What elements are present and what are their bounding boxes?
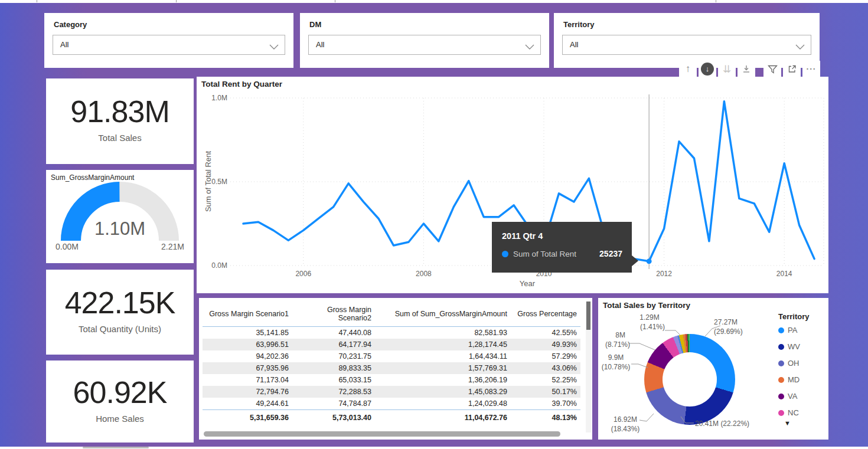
gross-margin-table-card: Gross Margin Scenario1Gross Margin Scena… <box>199 298 592 440</box>
legend-label: PA <box>788 326 797 335</box>
legend-label: VA <box>788 392 797 401</box>
table-cell: 47,440.08 <box>292 327 375 339</box>
territory-dropdown[interactable]: All <box>562 35 811 55</box>
chevron-down-icon <box>525 42 534 53</box>
x-axis-title: Year <box>510 279 545 288</box>
go-to-next-level-icon[interactable]: ⇊ <box>718 61 736 77</box>
table-cell: 72,288.53 <box>292 386 375 398</box>
legend-label: WV <box>788 342 800 351</box>
table-cell: 71,173.04 <box>203 374 292 386</box>
table-cell: 82,581.93 <box>375 327 511 339</box>
table-cell: 89,833.35 <box>292 362 375 374</box>
kpi-label: Total Sales <box>46 133 194 143</box>
legend-item-wv[interactable]: WV <box>778 342 810 351</box>
slice-label-va: 8M(8.71%) <box>598 330 630 349</box>
slicer-label: Territory <box>563 20 595 29</box>
kpi-total-sales: 91.83M Total Sales <box>46 78 194 164</box>
legend-item-nc[interactable]: NC <box>778 408 810 417</box>
chevron-down-icon <box>269 42 279 53</box>
legend-item-md[interactable]: MD <box>778 375 810 384</box>
column-header[interactable]: Sum of Sum_GrossMarginAmount <box>375 303 511 327</box>
table-cell: 1,45,083.29 <box>375 386 511 398</box>
table-cell: 42.55% <box>511 327 580 339</box>
y-tick: 0.5M <box>205 178 227 186</box>
legend-dot-icon <box>778 394 784 399</box>
dropdown-value: All <box>570 40 578 49</box>
vertical-scrollbar[interactable] <box>586 301 591 432</box>
table-row[interactable]: 94,202.3670,231.751,64,434.1157.29% <box>203 350 580 362</box>
data-table: Gross Margin Scenario1Gross Margin Scena… <box>203 303 580 425</box>
table-row[interactable]: 67,935.9689,833.351,57,769.3143.06% <box>203 362 580 374</box>
table-cell: 50.17% <box>511 386 580 398</box>
table-cell: 52.25% <box>511 374 580 386</box>
donut-legend: Territory PAWVOHMDVANC ▼ <box>778 312 810 425</box>
series-dot-icon <box>502 251 508 257</box>
legend-item-va[interactable]: VA <box>778 392 810 401</box>
total-cell: 11,04,672.76 <box>375 410 511 426</box>
table-cell: 39.70% <box>511 398 580 410</box>
slicer-label: Category <box>54 20 87 29</box>
table-cell: 35,141.85 <box>203 327 292 339</box>
kpi-label: Home Sales <box>46 414 194 424</box>
tooltip-pointer <box>631 255 638 267</box>
donut-hole <box>663 352 717 407</box>
powerbi-dashboard: { "slicers": [ { "label": "Category", "v… <box>0 0 868 449</box>
table-cell: 1,24,029.48 <box>375 398 511 410</box>
table-row[interactable]: 35,141.8547,440.0882,581.9342.55% <box>203 327 580 339</box>
horizontal-scrollbar[interactable] <box>204 431 579 437</box>
kpi-value: 422.15K <box>46 285 194 320</box>
slicer-territory: Territory All <box>554 13 820 68</box>
category-dropdown[interactable]: All <box>53 35 285 55</box>
x-tick: 2012 <box>648 270 681 278</box>
x-tick: 2006 <box>287 270 320 278</box>
more-options-icon[interactable]: ··· <box>802 61 820 77</box>
filter-icon[interactable] <box>763 61 781 77</box>
legend-dot-icon <box>778 327 784 333</box>
drill-down-mode-icon[interactable]: ↓ <box>699 61 716 77</box>
total-cell: 5,73,013.40 <box>292 410 375 426</box>
visual-header-toolbar: ↑ ↓ ⇊ ··· <box>679 61 820 77</box>
kpi-value: 91.83M <box>46 94 194 129</box>
x-tick: 2008 <box>407 270 440 278</box>
table-cell: 65,033.15 <box>292 374 375 386</box>
drill-up-icon[interactable]: ↑ <box>679 61 697 77</box>
table-row[interactable]: 71,173.0465,033.151,36,206.1952.25% <box>203 374 580 386</box>
table-cell: 64,177.94 <box>292 339 375 350</box>
legend-dot-icon <box>778 344 784 350</box>
legend-dot-icon <box>778 410 784 416</box>
kpi-value: 60.92K <box>46 375 194 410</box>
dropdown-value: All <box>60 40 68 49</box>
donut-chart-card: Total Sales by Territory 27.27M(29.69%) … <box>598 298 828 440</box>
gauge-max: 2.21M <box>161 242 184 251</box>
expand-all-levels-icon[interactable] <box>738 61 755 77</box>
legend-label: NC <box>788 408 799 417</box>
line-chart-total-rent: Total Rent by Quarter Sum of Total Rent … <box>197 77 828 293</box>
table-cell: 63,996.51 <box>203 339 292 350</box>
table-cell: 70,231.75 <box>292 350 375 362</box>
totals-row: 5,31,659.365,73,013.4011,04,672.7648.13% <box>203 410 580 426</box>
cropped-browser-edge <box>0 0 868 3</box>
slice-label-oh: 16.92M(18.43%) <box>605 415 645 434</box>
tooltip-value: 25237 <box>599 249 622 258</box>
legend-item-pa[interactable]: PA <box>778 326 810 335</box>
focus-mode-icon[interactable] <box>783 61 801 77</box>
column-header[interactable]: Gross Margin Scenario1 <box>203 303 292 327</box>
legend-scroll-arrow[interactable]: ▼ <box>784 419 791 427</box>
column-header[interactable]: Gross Margin Scenario2 <box>292 303 375 327</box>
table-row[interactable]: 49,244.6174,784.871,24,029.4839.70% <box>203 398 580 410</box>
table-row[interactable]: 72,794.7672,288.531,45,083.2950.17% <box>203 386 580 398</box>
table-cell: 94,202.36 <box>203 350 292 362</box>
dropdown-value: All <box>316 40 324 49</box>
table-cell: 43.06% <box>511 362 580 374</box>
slice-label-pa: 27.27M(29.69%) <box>714 317 743 336</box>
chart-tooltip: 2011 Qtr 4 Sum of Total Rent 25237 <box>492 222 632 273</box>
total-cell: 5,31,659.36 <box>203 410 292 426</box>
table-cell: 1,57,769.31 <box>375 362 511 374</box>
table-row[interactable]: 63,996.5164,177.941,28,174.4549.93% <box>203 339 580 350</box>
slice-label-wv: 20.41M (22.22%) <box>695 419 749 428</box>
gauge-gross-margin: Sum_GrossMarginAmount 1.10M 0.00M 2.21M <box>46 170 194 263</box>
cropped-bottom-edge <box>0 447 868 449</box>
legend-item-oh[interactable]: OH <box>778 359 810 368</box>
column-header[interactable]: Gross Percentage <box>511 303 580 327</box>
dm-dropdown[interactable]: All <box>308 35 541 55</box>
